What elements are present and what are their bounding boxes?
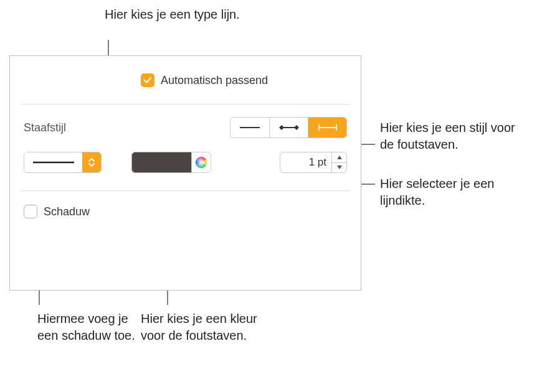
thickness-value: 1 pt	[280, 152, 331, 172]
color-wheel-icon	[195, 156, 207, 169]
barstyle-row: Staafstijl	[10, 105, 361, 147]
stepper-up[interactable]	[332, 152, 346, 163]
svg-marker-4	[294, 125, 299, 130]
shadow-row: Schaduw	[10, 191, 361, 230]
thickness-field[interactable]: 1 pt	[280, 152, 347, 173]
svg-point-9	[196, 157, 207, 168]
color-wheel-button[interactable]	[191, 152, 211, 173]
barstyle-label: Staafstijl	[24, 121, 66, 134]
checkmark-icon	[141, 73, 155, 87]
color-picker-group	[131, 152, 211, 173]
line-type-preview	[24, 152, 82, 172]
barstyle-option-line[interactable]	[231, 118, 269, 138]
autofit-row: Automatisch passend	[10, 56, 361, 96]
shadow-label: Schaduw	[44, 205, 90, 218]
updown-chevron-icon	[82, 152, 101, 172]
line-controls-row: 1 pt	[10, 147, 361, 182]
barstyle-option-diamond-ends[interactable]	[269, 118, 308, 138]
color-well[interactable]	[131, 152, 191, 173]
barstyle-option-cap-ends[interactable]	[308, 118, 346, 138]
shadow-checkbox[interactable]: Schaduw	[24, 205, 90, 218]
checkbox-icon	[24, 205, 37, 218]
stepper-down[interactable]	[332, 163, 346, 173]
autofit-checkbox[interactable]: Automatisch passend	[141, 73, 268, 87]
barstyle-segmented	[230, 117, 347, 138]
thickness-stepper	[331, 152, 346, 172]
line-type-popup[interactable]	[24, 152, 102, 173]
svg-marker-3	[279, 125, 284, 130]
autofit-label: Automatisch passend	[161, 74, 268, 87]
inspector-panel: Automatisch passend Staafstijl	[9, 55, 361, 291]
